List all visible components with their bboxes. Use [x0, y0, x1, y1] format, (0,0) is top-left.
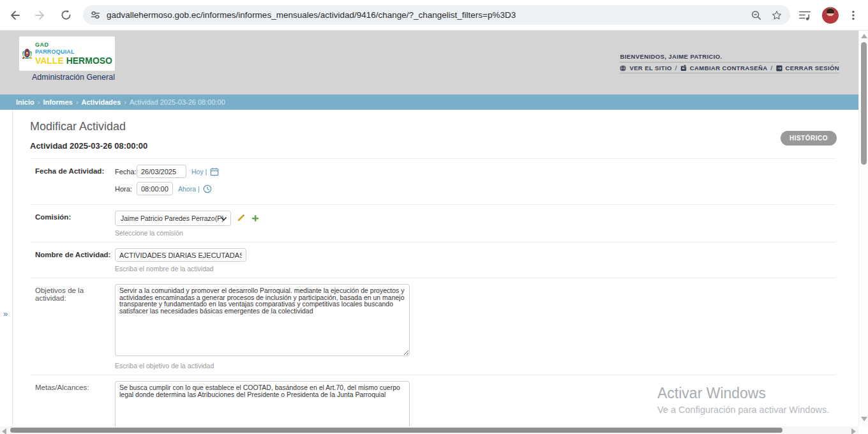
valle-hermoso-crest-icon: [22, 39, 33, 68]
breadcrumb-actividades[interactable]: Actividades: [82, 98, 121, 106]
comision-help: Seleccione la comisión: [115, 229, 836, 237]
horizontal-scroll-thumb[interactable]: [10, 428, 782, 433]
reload-button[interactable]: [55, 4, 77, 26]
row-comision: Comisión: Jaime Patricio Paredes Perrazo…: [31, 205, 836, 243]
logo-line-valle-hermoso: VALLE HERMOSO: [35, 56, 112, 65]
site-subtitle-link[interactable]: Administración General: [32, 73, 115, 82]
historic-button[interactable]: HISTÓRICO: [781, 131, 837, 146]
logout-link[interactable]: CERRAR SESIÓN: [786, 64, 839, 71]
zoom-out-icon[interactable]: [751, 10, 762, 21]
calendar-icon[interactable]: [210, 167, 219, 176]
horizontal-scrollbar[interactable]: [0, 426, 858, 434]
change-password-link[interactable]: CAMBIAR CONTRASEÑA: [690, 64, 768, 71]
breadcrumb-informes[interactable]: Informes: [43, 98, 72, 106]
browser-menu-button[interactable]: [842, 4, 864, 26]
activity-form: Fecha de Actividad: Fecha: Hoy |: [31, 158, 836, 426]
scrollbar-corner: [858, 426, 868, 434]
three-dots-menu-icon: [848, 10, 859, 21]
comision-select[interactable]: Jaime Patricio Paredes Perrazo(P): [115, 211, 231, 226]
url-text[interactable]: gadvallehermoso.gob.ec/informes/informes…: [107, 10, 745, 20]
forward-button[interactable]: [29, 4, 51, 26]
logo-text: GAD PARROQUIAL VALLE HERMOSO: [35, 42, 112, 65]
fecha-input[interactable]: [137, 165, 186, 178]
main-content: » Modificar Actividad HISTÓRICO Activida…: [0, 110, 858, 426]
ahora-link[interactable]: Ahora |: [178, 185, 200, 193]
change-password-icon: [680, 64, 687, 71]
metas-label: Metas/Alcances:: [35, 381, 115, 426]
sidebar-toggle-button[interactable]: »: [3, 309, 8, 318]
comision-selected-option: Jaime Patricio Paredes Perrazo(P): [121, 214, 224, 222]
address-bar[interactable]: gadvallehermoso.gob.ec/informes/informes…: [83, 5, 790, 25]
breadcrumb-current: Actividad 2025-03-26 08:00:00: [130, 98, 225, 106]
object-title: Actividad 2025-03-26 08:00:00: [30, 141, 147, 151]
site-info-icon[interactable]: [91, 10, 100, 20]
welcome-text: BIENVENIDOS, JAIME PATRICIO.: [620, 53, 839, 63]
breadcrumb: Inicio › Informes › Actividades › Activi…: [0, 94, 858, 110]
globe-icon: [620, 65, 626, 71]
back-icon: [8, 9, 21, 22]
scroll-down-arrow[interactable]: [861, 417, 867, 421]
fecha-actividad-label: Fecha de Actividad:: [35, 165, 115, 199]
row-objetivos: Objetivos de la actividad: Servir a la c…: [31, 278, 836, 375]
add-comision-icon[interactable]: [251, 214, 259, 222]
scroll-left-arrow[interactable]: [2, 428, 6, 434]
nombre-input[interactable]: [115, 248, 246, 262]
objetivos-textarea[interactable]: Servir a la comunidad y promover el desa…: [115, 284, 410, 356]
logout-icon: [776, 65, 782, 71]
logo-line-parroquial: PARROQUIAL: [35, 49, 112, 55]
fecha-sublabel: Fecha:: [115, 168, 137, 176]
user-links: VER EL SITIO / CAMBIAR CONTRASEÑA / CERR…: [620, 63, 839, 73]
metas-textarea[interactable]: Se busca cumplir con lo que establece el…: [115, 381, 410, 426]
row-nombre-actividad: Nombre de Actividad: Escriba el nombre d…: [31, 243, 836, 278]
hora-sublabel: Hora:: [115, 185, 137, 193]
row-metas: Metas/Alcances: Se busca cumplir con lo …: [31, 375, 836, 426]
logo-line-gad: GAD: [35, 42, 112, 48]
clock-icon[interactable]: [203, 184, 212, 193]
media-controls-button[interactable]: [794, 4, 816, 26]
user-tools: BIENVENIDOS, JAIME PATRICIO. VER EL SITI…: [620, 53, 839, 73]
nombre-help: Escriba el nombre de la actividad: [115, 265, 836, 273]
site-header: GAD PARROQUIAL VALLE HERMOSO Administrac…: [0, 31, 858, 94]
objetivos-label: Objetivos de la actividad:: [35, 284, 115, 370]
edit-comision-icon[interactable]: [237, 214, 245, 222]
breadcrumb-inicio[interactable]: Inicio: [16, 98, 34, 106]
back-button[interactable]: [4, 4, 26, 26]
scroll-up-arrow[interactable]: [861, 34, 867, 38]
comision-label: Comisión:: [35, 211, 115, 237]
browser-toolbar: gadvallehermoso.gob.ec/informes/informes…: [0, 0, 868, 31]
vertical-scroll-thumb[interactable]: [861, 42, 867, 165]
forward-icon: [34, 9, 47, 22]
media-controls-icon: [798, 9, 811, 22]
scroll-right-arrow[interactable]: [851, 428, 856, 434]
page-title: Modificar Actividad: [30, 120, 126, 133]
profile-avatar[interactable]: [822, 7, 839, 24]
hoy-link[interactable]: Hoy |: [191, 168, 207, 176]
sidebar-rail: »: [0, 110, 13, 426]
reload-icon: [60, 9, 72, 21]
page: GAD PARROQUIAL VALLE HERMOSO Administrac…: [0, 31, 858, 426]
hora-input[interactable]: [137, 182, 173, 195]
vertical-scrollbar[interactable]: [858, 31, 868, 426]
view-site-link[interactable]: VER EL SITIO: [629, 64, 671, 71]
bookmark-star-icon[interactable]: [771, 10, 782, 21]
chevron-down-icon: [221, 217, 227, 221]
nombre-label: Nombre de Actividad:: [35, 248, 115, 273]
objetivos-help: Escriba el objetivo de la actividad: [115, 362, 836, 370]
site-logo[interactable]: GAD PARROQUIAL VALLE HERMOSO: [19, 36, 115, 71]
row-fecha-actividad: Fecha de Actividad: Fecha: Hoy |: [31, 159, 836, 205]
